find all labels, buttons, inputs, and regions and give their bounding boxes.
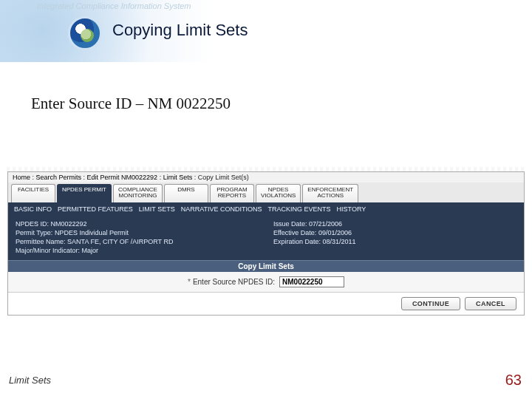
source-id-label: Enter Source NPDES ID: [193,278,275,286]
page-number: 63 [505,372,522,389]
slide-header: Integrated Compliance Information System… [0,0,532,62]
subtab-history[interactable]: HISTORY [337,205,366,213]
slide-title: Copying Limit Sets [112,21,248,40]
expiration-date-label: Expiration Date: [273,238,321,245]
issue-date-value: 07/21/2006 [309,220,342,228]
epa-logo-icon [68,16,102,50]
subtab-tracking-events[interactable]: TRACKING EVENTS [268,205,331,213]
secondary-tabs: BASIC INFO PERMITTED FEATURES LIMIT SETS… [8,202,524,216]
issue-date-label: Issue Date: [273,220,307,228]
cancel-button[interactable]: CANCEL [465,297,516,310]
subtab-narrative-conditions[interactable]: NARRATIVE CONDITIONS [181,205,262,213]
tab-program-reports[interactable]: PROGRAM REPORTS [210,184,254,202]
tab-enforcement-actions[interactable]: ENFORCEMENT ACTIONS [302,184,358,202]
instruction-text: Enter Source ID – NM 0022250 [31,95,231,113]
tab-npdes-violations[interactable]: NPDES VIOLATIONS [256,184,301,202]
button-row: CONTINUE CANCEL [8,293,524,315]
breadcrumb-current: Copy Limit Set(s) [198,174,249,181]
permit-details: NPDES ID: NM0022292 Issue Date: 07/21/20… [8,216,524,260]
subtab-limit-sets[interactable]: LIMIT SETS [139,205,175,213]
tab-facilities[interactable]: FACILITIES [11,184,55,202]
app-screenshot: Home : Search Permits : Edit Permit NM00… [7,171,525,316]
source-id-row: * Enter Source NPDES ID: [8,272,524,293]
breadcrumb-item[interactable]: Search Permits [36,174,82,181]
source-npdes-id-input[interactable] [279,276,344,287]
subtab-permitted-features[interactable]: PERMITTED FEATURES [58,205,133,213]
permittee-value: SANTA FE, CITY OF /AIRPORT RD [67,238,173,245]
major-minor-label: Major/Minor Indicator: [16,247,80,254]
tab-compliance-monitoring[interactable]: COMPLIANCE MONITORING [113,184,163,202]
npdes-id-value: NM0022292 [51,220,87,228]
permit-type-label: Permit Type: [16,229,52,236]
breadcrumb-item[interactable]: Edit Permit NM0022292 [87,174,158,181]
tab-npdes-permit[interactable]: NPDES PERMIT [57,184,112,202]
continue-button[interactable]: CONTINUE [401,297,460,310]
npdes-id-label: NPDES ID: [16,220,49,228]
expiration-date-value: 08/31/2011 [323,238,356,245]
effective-date-label: Effective Date: [273,229,316,236]
subtab-basic-info[interactable]: BASIC INFO [14,205,52,213]
breadcrumb-item[interactable]: Home [13,174,30,181]
permittee-label: Permittee Name: [16,238,66,245]
system-watermark: Integrated Compliance Information System [37,1,191,10]
permit-type-value: NPDES Individual Permit [55,229,129,236]
breadcrumb: Home : Search Permits : Edit Permit NM00… [8,172,524,183]
panel-title: Copy Limit Sets [8,260,524,272]
major-minor-value: Major [82,247,99,254]
tab-dmrs[interactable]: DMRS [164,184,208,202]
footer-label: Limit Sets [9,375,51,386]
primary-tabs: FACILITIES NPDES PERMIT COMPLIANCE MONIT… [8,183,524,202]
breadcrumb-item[interactable]: Limit Sets [163,174,193,181]
required-mark: * [188,278,191,286]
effective-date-value: 09/01/2006 [318,229,352,236]
